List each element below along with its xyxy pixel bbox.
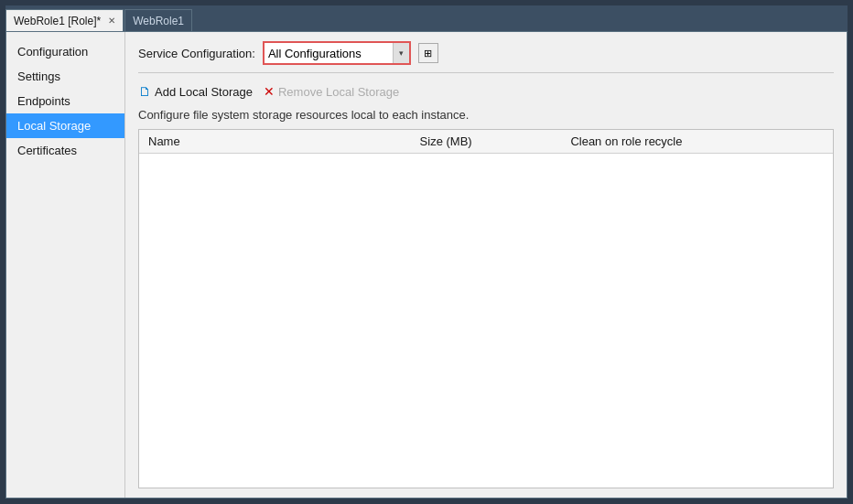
sidebar-item-configuration[interactable]: Configuration	[6, 39, 124, 64]
add-label: Add Local Storage	[155, 85, 253, 99]
column-header-clean: Clean on role recycle	[561, 130, 833, 154]
add-local-storage-button[interactable]: 🗋 Add Local Storage	[138, 82, 253, 101]
tab-bar: WebRole1 [Role]* ✕ WebRole1	[5, 5, 848, 31]
tab-label: WebRole1 [Role]*	[14, 15, 101, 27]
column-header-size: Size (MB)	[411, 130, 562, 154]
tab-webrole1-role[interactable]: WebRole1 [Role]* ✕	[5, 9, 124, 31]
table-area: Name Size (MB) Clean on role recycle	[138, 129, 834, 488]
remove-icon: ✕	[264, 84, 275, 99]
tab-label: WebRole1	[133, 15, 184, 27]
tab-webrole1[interactable]: WebRole1	[124, 9, 192, 31]
remove-label: Remove Local Storage	[278, 85, 399, 99]
service-config-label: Service Configuration:	[138, 47, 255, 60]
table-header-row: Name Size (MB) Clean on role recycle	[139, 130, 833, 154]
column-header-name: Name	[139, 130, 411, 154]
app-frame: WebRole1 [Role]* ✕ WebRole1 Configuratio…	[0, 0, 853, 504]
service-config-select-wrapper[interactable]: All Configurations Cloud Local ▾	[263, 41, 411, 65]
dropdown-arrow-icon[interactable]: ▾	[393, 43, 409, 63]
close-icon[interactable]: ✕	[108, 16, 115, 26]
sidebar-item-certificates[interactable]: Certificates	[6, 138, 124, 163]
content-panel: Service Configuration: All Configuration…	[125, 32, 847, 498]
remove-local-storage-button[interactable]: ✕ Remove Local Storage	[264, 82, 399, 101]
description-text: Configure file system storage resources …	[138, 108, 834, 122]
main-area: Configuration Settings Endpoints Local S…	[5, 31, 848, 499]
config-icon-button[interactable]: ⊞	[418, 43, 438, 63]
service-config-select[interactable]: All Configurations Cloud Local	[265, 43, 393, 63]
sidebar-item-local-storage[interactable]: Local Storage	[6, 113, 124, 138]
sidebar-item-endpoints[interactable]: Endpoints	[6, 89, 124, 113]
service-config-row: Service Configuration: All Configuration…	[138, 41, 834, 73]
toolbar: 🗋 Add Local Storage ✕ Remove Local Stora…	[138, 82, 834, 101]
sidebar-item-settings[interactable]: Settings	[6, 64, 124, 89]
config-icon: ⊞	[424, 48, 432, 59]
local-storage-table: Name Size (MB) Clean on role recycle	[139, 130, 833, 154]
sidebar: Configuration Settings Endpoints Local S…	[6, 32, 125, 498]
add-icon: 🗋	[138, 84, 151, 99]
